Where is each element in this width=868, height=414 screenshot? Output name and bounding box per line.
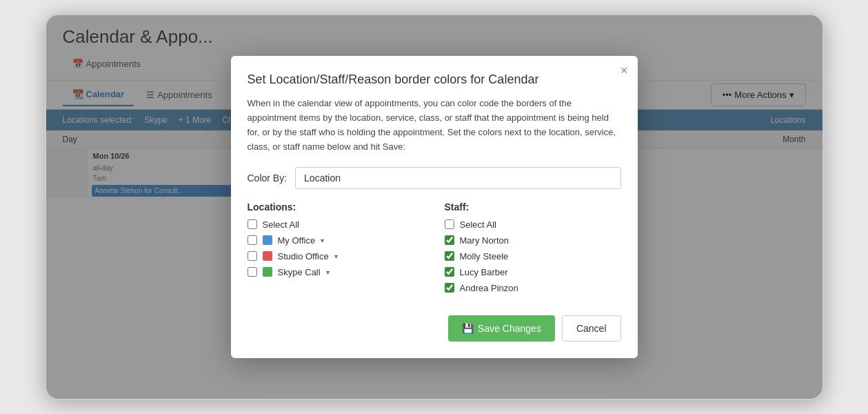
location-skype-call-label: Skype Call (278, 267, 321, 277)
staff-column-title: Staff: (445, 201, 621, 213)
staff-molly-steele-row: Molly Steele (445, 251, 621, 262)
my-office-dropdown-arrow[interactable]: ▾ (321, 237, 324, 244)
studio-office-dropdown-arrow[interactable]: ▾ (334, 253, 338, 260)
modal-title: Set Location/Staff/Reason border colors … (248, 72, 621, 87)
modal-overlay: × Set Location/Staff/Reason border color… (46, 15, 822, 399)
columns-row: Locations: Select All My Office ▾ (248, 201, 621, 299)
staff-andrea-pinzon-label: Andrea Pinzon (460, 283, 518, 293)
locations-column: Locations: Select All My Office ▾ (248, 201, 424, 299)
studio-office-color-swatch[interactable] (263, 251, 272, 261)
location-select-all-row: Select All (248, 219, 424, 230)
location-studio-office-checkbox[interactable] (248, 251, 257, 261)
staff-molly-steele-label: Molly Steele (460, 251, 509, 262)
save-icon: 💾 (462, 323, 474, 334)
location-studio-office-row: Studio Office ▾ (248, 251, 424, 262)
location-my-office-label: My Office (278, 235, 316, 246)
staff-select-all-row: Select All (445, 219, 621, 230)
color-by-row: Color By: Location (248, 167, 621, 189)
color-by-label: Color By: (248, 172, 287, 184)
color-by-value-text: Location (304, 172, 341, 184)
color-by-dropdown[interactable]: Location (295, 167, 620, 189)
cancel-button[interactable]: Cancel (562, 315, 621, 342)
staff-andrea-pinzon-checkbox[interactable] (445, 283, 454, 293)
ipad-frame: iPad 10:30 PM 100% ⊕ TimeTap Appointment… (45, 14, 824, 400)
location-skype-call-row: Skype Call ▾ (248, 267, 424, 277)
staff-select-all-checkbox[interactable] (445, 219, 454, 229)
staff-mary-norton-label: Mary Norton (460, 235, 509, 246)
save-label: Save Changes (478, 323, 541, 334)
modal-dialog: × Set Location/Staff/Reason border color… (231, 56, 638, 357)
modal-description: When in the calendar view of appointment… (248, 97, 621, 154)
staff-select-all-label: Select All (460, 219, 496, 230)
save-changes-button[interactable]: 💾 Save Changes (448, 315, 555, 342)
staff-andrea-pinzon-row: Andrea Pinzon (445, 283, 621, 293)
locations-column-title: Locations: (248, 201, 424, 213)
staff-lucy-barber-checkbox[interactable] (445, 267, 454, 277)
location-select-all-checkbox[interactable] (248, 219, 257, 229)
location-skype-call-checkbox[interactable] (248, 267, 257, 277)
location-studio-office-label: Studio Office (278, 251, 329, 262)
location-my-office-checkbox[interactable] (248, 235, 257, 245)
modal-close-button[interactable]: × (620, 64, 628, 77)
my-office-color-swatch[interactable] (263, 235, 272, 245)
staff-mary-norton-row: Mary Norton (445, 235, 621, 246)
staff-lucy-barber-row: Lucy Barber (445, 267, 621, 277)
location-my-office-row: My Office ▾ (248, 235, 424, 246)
staff-lucy-barber-label: Lucy Barber (460, 267, 508, 277)
staff-molly-steele-checkbox[interactable] (445, 251, 454, 261)
location-select-all-label: Select All (263, 219, 299, 230)
modal-footer: 💾 Save Changes Cancel (248, 315, 621, 342)
skype-call-dropdown-arrow[interactable]: ▾ (326, 268, 330, 276)
skype-call-color-swatch[interactable] (263, 267, 272, 277)
staff-mary-norton-checkbox[interactable] (445, 235, 454, 245)
staff-column: Staff: Select All Mary Norton Molly Stee… (445, 201, 621, 299)
